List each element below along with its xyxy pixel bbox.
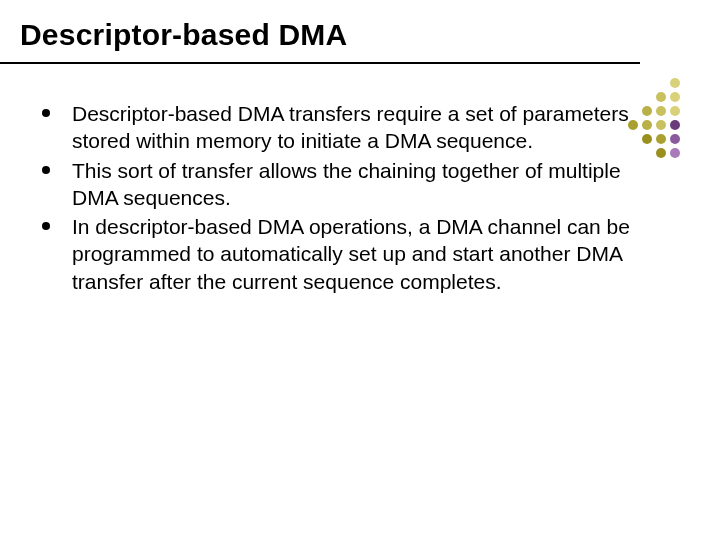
bullet-dot-icon — [42, 109, 50, 117]
decor-dot-icon — [642, 106, 652, 116]
bullet-item: Descriptor-based DMA transfers require a… — [42, 100, 642, 155]
bullet-item: This sort of transfer allows the chainin… — [42, 157, 642, 212]
decor-dot-icon — [656, 134, 666, 144]
decor-dot-icon — [656, 106, 666, 116]
slide-title: Descriptor-based DMA — [20, 18, 347, 52]
bullet-text: Descriptor-based DMA transfers require a… — [72, 100, 642, 155]
bullet-text: This sort of transfer allows the chainin… — [72, 157, 642, 212]
decor-dot-icon — [642, 134, 652, 144]
bullet-list: Descriptor-based DMA transfers require a… — [42, 100, 642, 297]
decor-dot-icon — [670, 134, 680, 144]
decor-dot-icon — [670, 78, 680, 88]
decor-dot-icon — [670, 92, 680, 102]
decor-dot-icon — [642, 120, 652, 130]
bullet-dot-icon — [42, 222, 50, 230]
decor-dot-icon — [670, 120, 680, 130]
bullet-item: In descriptor-based DMA operations, a DM… — [42, 213, 642, 295]
bullet-text: In descriptor-based DMA operations, a DM… — [72, 213, 642, 295]
slide: Descriptor-based DMA Descriptor-based DM… — [0, 0, 720, 540]
title-underline — [0, 62, 640, 64]
decor-dot-icon — [656, 92, 666, 102]
decor-dot-icon — [656, 120, 666, 130]
decor-dot-icon — [670, 106, 680, 116]
bullet-dot-icon — [42, 166, 50, 174]
decor-dot-icon — [670, 148, 680, 158]
decor-dot-icon — [656, 148, 666, 158]
